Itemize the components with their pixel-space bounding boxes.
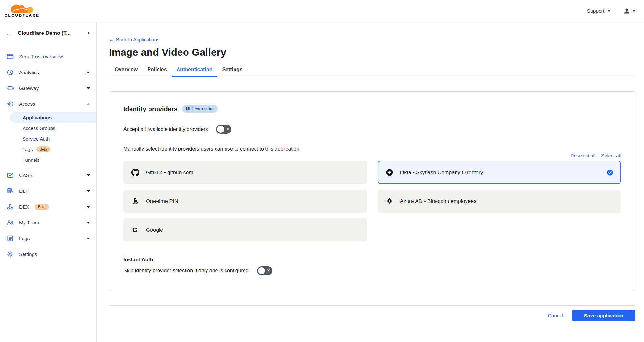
page-title: Image and Video Gallery <box>109 47 635 58</box>
sidebar-item-gateway[interactable]: Gateway <box>0 80 96 96</box>
selected-check-icon <box>607 170 613 176</box>
sidebar-item-access-groups[interactable]: Access Groups <box>0 123 96 133</box>
logs-document-icon <box>7 235 14 242</box>
sidebar-item-label: Access Groups <box>23 125 55 131</box>
sidebar-item-label: DLP <box>19 188 29 194</box>
provider-card-one-time-pin[interactable]: **** One-time PIN <box>123 190 367 213</box>
footer-actions: Cancel Save application <box>109 305 635 321</box>
chevron-up-icon <box>87 103 90 105</box>
one-time-pin-lock-icon: **** <box>131 197 139 205</box>
google-icon: G <box>131 226 139 233</box>
tab-bar: Overview Policies Authentication Setting… <box>109 67 635 77</box>
sidebar-item-applications[interactable]: Applications <box>10 112 96 123</box>
instant-auth-toggle[interactable]: × <box>257 266 272 275</box>
sidebar-item-logs[interactable]: Logs <box>0 230 96 246</box>
network-nodes-icon <box>7 203 14 210</box>
tab-authentication[interactable]: Authentication <box>172 67 217 77</box>
manual-select-hint: Manually select identity providers users… <box>123 146 621 152</box>
back-to-applications-link[interactable]: ← Back to Applications <box>109 37 159 42</box>
book-icon <box>185 107 190 111</box>
sidebar-item-label: Access <box>19 101 35 107</box>
svg-text:G: G <box>132 226 138 233</box>
beta-badge: Beta <box>36 146 51 152</box>
sidebar-item-label: Tunnels <box>23 157 40 163</box>
learn-more-label: Learn more <box>192 106 214 111</box>
tab-policies[interactable]: Policies <box>142 67 171 77</box>
learn-more-badge[interactable]: Learn more <box>182 105 218 113</box>
sidebar-nav: Zero Trust overview Analytics Gateway <box>0 44 96 262</box>
chevron-down-icon <box>87 222 90 224</box>
provider-card-okta[interactable]: Okta • Skyflash Company Directory <box>378 161 621 184</box>
gateway-icon <box>7 85 14 92</box>
sidebar-item-label: Gateway <box>19 85 39 91</box>
chevron-down-icon <box>87 174 90 176</box>
chevron-down-icon <box>607 10 610 12</box>
provider-card-azure-ad[interactable]: Azure AD • Bluecalm employees <box>378 190 621 213</box>
azure-ad-icon <box>385 198 394 205</box>
chevron-right-icon[interactable] <box>88 32 90 34</box>
provider-name: Okta • Skyflash Company Directory <box>400 170 483 176</box>
sidebar-item-my-team[interactable]: My Team <box>0 215 96 230</box>
sidebar-item-label: Tags <box>23 147 33 152</box>
provider-card-google[interactable]: G Google <box>123 218 367 241</box>
sidebar-item-analytics[interactable]: Analytics <box>0 64 96 80</box>
sidebar-item-label: DEX <box>19 204 29 210</box>
access-login-icon <box>7 101 14 107</box>
provider-name: Azure AD • Bluecalm employees <box>400 198 476 204</box>
pie-chart-icon <box>7 69 14 76</box>
user-icon <box>623 8 630 14</box>
sidebar-item-dlp[interactable]: DLP <box>0 183 96 199</box>
back-link-label: Back to Applications <box>116 37 159 42</box>
sidebar-item-service-auth[interactable]: Service Auth <box>0 133 96 144</box>
cancel-button[interactable]: Cancel <box>548 313 563 318</box>
support-menu[interactable]: Support <box>587 8 610 14</box>
access-subnav: Applications Access Groups Service Auth … <box>0 112 96 167</box>
chevron-down-icon <box>632 10 636 12</box>
instant-auth-title: Instant Auth <box>123 257 621 263</box>
provider-card-github[interactable]: GitHub • github.com <box>123 161 367 184</box>
window-icon <box>7 53 14 60</box>
sidebar-item-tags[interactable]: Tags Beta <box>0 144 96 155</box>
sidebar-item-label: CASB <box>19 172 33 178</box>
cloudflare-cloud-icon <box>9 4 35 14</box>
sidebar-item-casb[interactable]: CASB <box>0 167 96 183</box>
topbar: CLOUDFLARE Support <box>0 0 644 22</box>
sidebar-item-access[interactable]: Access <box>0 96 96 112</box>
toggle-knob <box>217 126 224 133</box>
okta-icon <box>385 169 394 176</box>
tab-settings[interactable]: Settings <box>217 67 247 77</box>
toggle-x-icon: × <box>267 268 270 273</box>
sidebar-item-tunnels[interactable]: Tunnels <box>0 155 96 165</box>
sidebar-item-settings[interactable]: Settings <box>0 246 96 262</box>
arrow-left-icon: ← <box>109 37 114 42</box>
instant-auth-hint: Skip identity provider selection if only… <box>123 268 249 274</box>
sidebar-item-label: Logs <box>19 236 30 241</box>
main-content: ← Back to Applications Image and Video G… <box>97 22 644 342</box>
provider-name: GitHub • github.com <box>146 170 193 176</box>
sidebar: ← Cloudflare Demo (T... Zero Trust overv… <box>0 22 97 342</box>
sidebar-item-label: Service Auth <box>23 136 50 142</box>
accept-all-toggle[interactable]: × <box>216 125 231 134</box>
cloudflare-logo[interactable]: CLOUDFLARE <box>5 4 40 18</box>
toggle-knob <box>258 267 265 274</box>
select-all-link[interactable]: Select all <box>601 153 621 158</box>
sidebar-item-zero-trust-overview[interactable]: Zero Trust overview <box>0 49 96 64</box>
sidebar-item-label: Zero Trust overview <box>19 54 63 60</box>
sidebar-item-dex[interactable]: DEX Beta <box>0 199 96 215</box>
deselect-all-link[interactable]: Deselect all <box>571 153 596 158</box>
user-menu[interactable] <box>623 8 636 14</box>
identity-providers-card: Identity providers Learn more Accept all… <box>109 91 635 291</box>
back-arrow-icon[interactable]: ← <box>6 30 13 36</box>
accept-all-label: Accept all available identity providers <box>123 126 208 132</box>
support-label: Support <box>587 8 604 14</box>
provider-name: One-time PIN <box>146 198 178 204</box>
team-people-icon <box>7 219 14 226</box>
chevron-down-icon <box>87 190 90 192</box>
sidebar-item-label: Analytics <box>19 70 39 75</box>
tab-overview[interactable]: Overview <box>110 67 142 77</box>
gear-icon <box>7 251 14 258</box>
account-name[interactable]: Cloudflare Demo (T... <box>18 30 83 36</box>
github-icon <box>131 169 139 176</box>
save-application-button[interactable]: Save application <box>572 310 635 321</box>
toggle-x-icon: × <box>226 127 229 132</box>
